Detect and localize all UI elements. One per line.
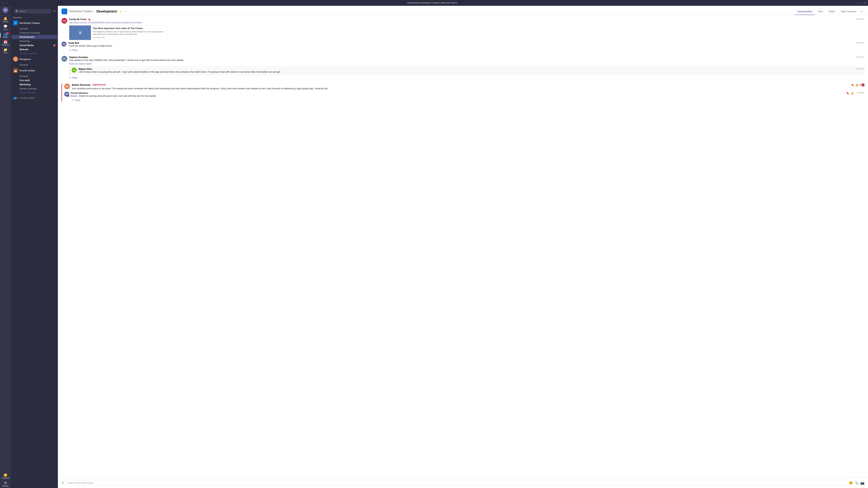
babek-mention: Babek (71, 95, 77, 97)
search-input[interactable] (20, 10, 50, 13)
compose-bar: A Start a new conversation 😊 📎 📷 (58, 478, 868, 488)
header-more-button[interactable]: ··· (124, 9, 127, 13)
designers-more-button[interactable]: ··· (54, 58, 56, 61)
daniela-bookmark-button[interactable]: 🔖 (846, 92, 849, 95)
link-preview-desc: For engineers, there is a lot of opportu… (93, 30, 165, 36)
titlebar-nav[interactable]: ‹ › (2, 1, 8, 4)
tab-conversation[interactable]: Conversation (795, 9, 815, 15)
meetings-label: Meetings (2, 44, 9, 46)
designers-avatar-text: 🎨 (13, 57, 18, 61)
team-item-northwind[interactable]: N Northwind Traders ··· (11, 19, 58, 27)
favorites-label: Favorites (11, 15, 58, 19)
reply-button-1[interactable]: ↩ Reply (69, 48, 864, 52)
daniela-more-button[interactable]: ··· (843, 92, 845, 94)
reply-button-3[interactable]: ↩ Reply (72, 99, 864, 102)
back-button[interactable]: ‹ (2, 1, 4, 4)
attach-button[interactable]: 📎 (855, 481, 859, 485)
team-item-designers[interactable]: 🎨 Designers ··· (11, 56, 58, 63)
channel-website[interactable]: Website (11, 47, 58, 52)
tab-notes[interactable]: Notes (826, 9, 838, 15)
channel-general-northwind[interactable]: General (11, 27, 58, 31)
cecily-message-link[interactable]: http://www.contoso.com/3054433/the-most-… (69, 21, 864, 24)
daniela-sender-name: Daniela Mandera (71, 92, 88, 94)
channel-social-media[interactable]: Social Media 2 (11, 43, 58, 47)
nav-item-settings[interactable]: ⚙ Settings (1, 480, 9, 488)
header-top: 🔵 Northwind Traders › Development ★ ··· … (58, 6, 868, 15)
reply-icon-2: ↩ (69, 76, 71, 79)
team-logo: 🔵 (61, 8, 67, 14)
reply-icon-1: ↩ (69, 48, 71, 52)
miguel-timestamp: 11:16 am (856, 68, 864, 70)
daphne-online-dot (66, 60, 67, 62)
channel-general-designers[interactable]: General (11, 63, 58, 67)
feedback-icon: 😊 (3, 474, 7, 477)
kadji-sender-name: Kadji Bell (68, 41, 79, 44)
icon-sidebar-bottom: 😊 Feedback ⚙ Settings (1, 473, 9, 488)
add-tab-button[interactable]: + (859, 9, 864, 15)
compose-input[interactable]: Start a new conversation (65, 480, 847, 486)
miguel-online-dot (75, 71, 77, 73)
teams-badge: 2 (6, 32, 9, 34)
chat-icon: 💬 (3, 25, 7, 28)
channel-development[interactable]: Development (11, 35, 57, 39)
babek-online-dot (68, 88, 70, 89)
daniela-avatar: DM (64, 92, 69, 97)
meet-button[interactable]: 📷 (860, 481, 864, 485)
compose-button[interactable]: ✏ (54, 10, 56, 13)
channel-marketing-fourth-coffee[interactable]: Marketing (11, 83, 58, 87)
tab-files[interactable]: Files (815, 9, 826, 15)
message-row-cecily: CD Cecily De Crum 🔖 http://www.contoso.c… (61, 18, 864, 40)
maximize-button[interactable]: □ (861, 2, 862, 4)
fourth-coffee-team-name: Fourth Coffee (20, 69, 54, 72)
nav-item-files[interactable]: 📁 Files (0, 47, 11, 55)
nav-item-teams[interactable]: 2 👥 Teams (0, 31, 11, 39)
cecily-bookmark-icon[interactable]: 🔖 (88, 18, 91, 21)
daniela-initials: DM (65, 93, 68, 95)
channel-name: General (20, 63, 28, 66)
daphne-message-text: Any update on the bug #456892 that I fil… (69, 59, 864, 62)
reply-button-2[interactable]: ↩ Reply (69, 76, 864, 79)
format-text-icon[interactable]: A (61, 481, 64, 485)
channel-fun-stuff[interactable]: Fun stuff (11, 78, 58, 83)
minimize-button[interactable]: — (857, 2, 859, 4)
titlebar-controls[interactable]: — □ ✕ (857, 2, 866, 4)
nav-item-meetings[interactable]: 📅 Meetings (0, 39, 11, 47)
more-channels-fourth-coffee[interactable]: 4 more channels (11, 91, 58, 95)
channel-weekly-specials[interactable]: Weekly Specials (11, 87, 58, 91)
babek-avatar: BS (64, 84, 70, 89)
channel-general-fourth-coffee[interactable]: General (11, 74, 58, 78)
reply-label-3: Reply (75, 99, 80, 101)
favorite-star-button[interactable]: ★ (119, 10, 122, 13)
northwind-more-button[interactable]: ··· (54, 22, 56, 24)
teams-label: Teams (3, 36, 8, 38)
close-button[interactable]: ✕ (864, 2, 866, 4)
fourth-coffee-avatar-text: ☕ (14, 69, 18, 72)
channel-marketing-northwind[interactable]: Marketing (11, 39, 58, 43)
reply-count-2[interactable]: Kadji and Jakob replied (69, 63, 864, 65)
nav-item-chat[interactable]: 💬 Chat (0, 24, 11, 31)
cecily-timestamp: 11:00 am (856, 18, 864, 20)
meetings-icon: 📅 (3, 40, 7, 43)
channel-customer-accounts[interactable]: Customer Accounts (11, 31, 58, 35)
kadji-initials: KB (63, 43, 65, 45)
daniela-like-button[interactable]: 👍 (850, 92, 854, 95)
northwind-avatar: N (13, 21, 18, 26)
social-media-badge: 2 (53, 44, 56, 46)
activity-icon: 🔔 (3, 17, 7, 20)
tabs-bar: Conversation Files Notes Team Services + (795, 9, 864, 15)
user-avatar[interactable]: JD (3, 7, 8, 13)
daniela-timestamp: 11:26am (857, 92, 864, 94)
emoji-button[interactable]: 😊 (849, 481, 853, 485)
breadcrumb-team: Northwind Traders (69, 10, 93, 13)
nav-item-feedback[interactable]: 😊 Feedback (1, 473, 9, 480)
fourth-coffee-more-button[interactable]: ··· (54, 69, 56, 72)
create-team-button[interactable]: 👥+ Create a team (11, 95, 58, 101)
nav-item-activity[interactable]: 🔔 Activity (0, 16, 11, 24)
flag-icon[interactable]: 🔖 (851, 84, 854, 87)
team-item-fourth-coffee[interactable]: ☕ Fourth Coffee ··· (11, 67, 58, 74)
channel-sidebar: 🔍 ✏ Favorites N Northwind Traders ··· Ge… (11, 6, 58, 488)
kadji-timestamp: 11:02 am (856, 41, 864, 44)
forward-button[interactable]: › (6, 1, 8, 4)
more-channels-northwind[interactable]: 32 more channels (11, 52, 58, 56)
tab-team-services[interactable]: Team Services (838, 9, 859, 15)
